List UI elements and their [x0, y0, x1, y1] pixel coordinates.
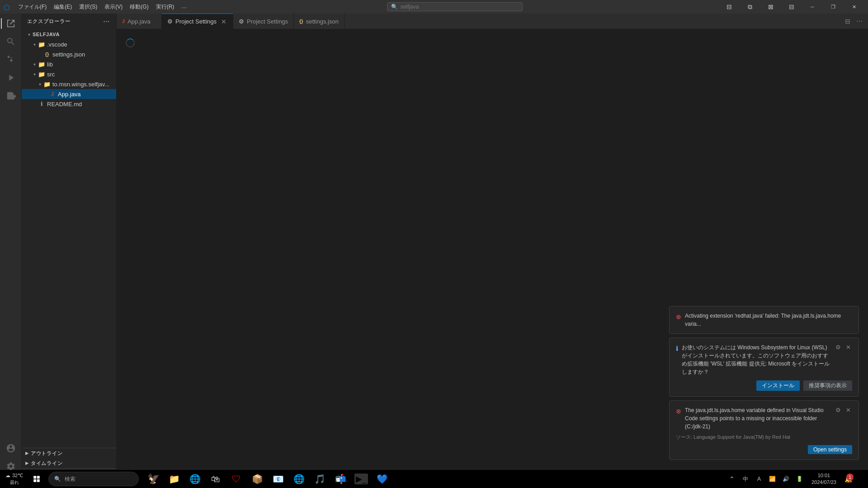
start-button[interactable]: [28, 470, 46, 488]
taskbar-app-outlook[interactable]: 📧: [268, 470, 288, 488]
menu-go[interactable]: 移動(G): [126, 2, 152, 12]
tab-settings-json[interactable]: {} settings.json: [294, 14, 344, 29]
menu-edit[interactable]: 編集(E): [50, 2, 75, 12]
vscode-arrow: ▾: [31, 42, 38, 47]
activity-extensions[interactable]: [3, 88, 19, 104]
taskbar-right: ⌃ 中 A 📶 🔊 🔋 10:01 2024/07/23 🔔 1: [726, 470, 866, 488]
taskbar-app-vscode[interactable]: 💙: [372, 470, 392, 488]
notif-2-actions: ⚙ ✕: [834, 343, 852, 352]
clock-date: 2024/07/23: [811, 479, 836, 486]
sidebar-more-btn[interactable]: ⋯: [102, 17, 111, 26]
tab-appjava-icon: J: [122, 19, 125, 24]
notif-2-install-btn[interactable]: インストール: [756, 380, 800, 391]
lib-label: lib: [47, 61, 53, 68]
outline-section[interactable]: ▶ アウトライン: [22, 448, 116, 458]
menu-more[interactable]: …: [178, 2, 190, 12]
activity-run-debug[interactable]: [3, 70, 19, 86]
title-search[interactable]: 🔍: [387, 2, 523, 11]
notif-3-settings-btn[interactable]: ⚙: [834, 406, 842, 414]
tray-ime-icon[interactable]: 中: [739, 473, 752, 485]
taskbar-app-bird[interactable]: 🦅: [143, 470, 163, 488]
weather-desc: 曇れ: [10, 479, 19, 486]
menu-select[interactable]: 選択(S): [75, 2, 101, 12]
weather-row: ☁ 32℃: [5, 472, 23, 479]
package-label: to.msn.wings.selfjav...: [52, 81, 109, 88]
tray-volume-icon[interactable]: 🔊: [780, 473, 793, 485]
notif-2-info-icon: ℹ: [676, 344, 678, 353]
json-icon: {}: [43, 51, 51, 58]
tree-appjava[interactable]: ▾ J App.java: [22, 89, 116, 99]
taskbar-app-explorer[interactable]: 📁: [164, 470, 184, 488]
tab-project-settings-1[interactable]: ⚙ Project Settings ✕: [162, 14, 233, 29]
taskbar-app-mail[interactable]: 📬: [330, 470, 350, 488]
taskbar-search-icon: 🔍: [54, 476, 61, 482]
tree-lib-folder[interactable]: ▾ 📁 lib: [22, 59, 116, 69]
tab-project-settings-1-close[interactable]: ✕: [220, 18, 227, 25]
restore-btn[interactable]: ❐: [823, 0, 844, 14]
taskbar-clock[interactable]: 10:01 2024/07/23: [808, 470, 840, 488]
src-label: src: [47, 71, 55, 78]
tab-project-settings-1-label: Project Settings: [175, 18, 217, 25]
weather-widget[interactable]: ☁ 32℃ 曇れ: [2, 472, 27, 485]
activity-account[interactable]: [3, 440, 19, 456]
search-input[interactable]: [401, 4, 491, 10]
tree-readme[interactable]: ▾ ℹ README.md: [22, 99, 116, 109]
menu-view[interactable]: 表示(V): [101, 2, 126, 12]
taskbar-app-chrome[interactable]: 🌐: [289, 470, 309, 488]
sidebar-header: エクスプローラー ⋯: [22, 14, 116, 29]
activity-source-control[interactable]: [3, 52, 19, 68]
tray-battery-icon[interactable]: 🔋: [793, 473, 806, 485]
taskbar-app-store[interactable]: 🛍: [206, 470, 226, 488]
taskbar-app-dropbox[interactable]: 📦: [247, 470, 267, 488]
app-icon: ⬡: [4, 3, 11, 10]
tray-show-desktop-btn[interactable]: [856, 473, 863, 485]
tree-root[interactable]: ▾ SELFJAVA: [22, 29, 116, 39]
tab-project-settings-2[interactable]: ⚙ Project Settings: [233, 14, 294, 29]
tabs-more-btn[interactable]: ⋯: [854, 16, 864, 26]
tree-src-folder[interactable]: ▾ 📁 src: [22, 69, 116, 79]
taskbar-app-music[interactable]: 🎵: [310, 470, 330, 488]
timeline-section[interactable]: ▶ タイムライン: [22, 458, 116, 468]
tray-input-icon[interactable]: A: [753, 473, 765, 485]
menu-bar: ファイル(F) 編集(E) 選択(S) 表示(V) 移動(G) 実行(R) …: [14, 2, 190, 12]
menu-file[interactable]: ファイル(F): [14, 2, 50, 12]
layout-toggle-btn[interactable]: ⊟: [719, 0, 740, 14]
minimize-btn[interactable]: ─: [802, 0, 823, 14]
taskbar-app-shield[interactable]: 🛡: [226, 470, 246, 488]
src-folder-icon: 📁: [38, 70, 45, 78]
tray-expand-btn[interactable]: ⌃: [726, 473, 738, 485]
tree-settings-json[interactable]: ▾ {} settings.json: [22, 49, 116, 59]
notif-3-error-icon: ⊗: [676, 407, 681, 416]
close-btn[interactable]: ✕: [844, 0, 864, 14]
tabs-actions: ⊟ ⋯: [839, 14, 868, 29]
tray-notification-btn[interactable]: 🔔 1: [842, 473, 854, 485]
info-icon: ℹ: [38, 100, 45, 108]
notif-2-header: ℹ お使いのシステムには Windows Subsystem for Linux…: [676, 343, 852, 376]
editor-layout-btn[interactable]: ⧉: [740, 0, 760, 14]
activity-explorer[interactable]: [3, 15, 19, 32]
notif-3-actions: ⚙ ✕: [834, 406, 852, 414]
notif-3-close-btn[interactable]: ✕: [844, 406, 852, 414]
appjava-label: App.java: [58, 91, 81, 98]
taskbar-app-terminal[interactable]: ▶_: [351, 470, 371, 488]
package-arrow: ▾: [36, 82, 43, 87]
root-arrow: ▾: [25, 32, 33, 37]
split-editor-btn[interactable]: ⊟: [843, 16, 853, 26]
customize-layout-btn[interactable]: ⊠: [760, 0, 781, 14]
notif-2-text: お使いのシステムには Windows Subsystem for Linux (…: [682, 343, 830, 376]
activity-search[interactable]: [3, 33, 19, 50]
split-editor-btn[interactable]: ⊟: [781, 0, 802, 14]
tree-package-folder[interactable]: ▾ 📁 to.msn.wings.selfjav...: [22, 79, 116, 89]
taskbar-search[interactable]: 🔍 検索: [48, 472, 139, 486]
notif-2-show-btn[interactable]: 推奨事項の表示: [803, 380, 852, 391]
notif-2-settings-btn[interactable]: ⚙: [834, 343, 842, 352]
tab-appjava[interactable]: J App.java: [117, 14, 162, 29]
window-controls: ⊟ ⧉ ⊠ ⊟ ─ ❐ ✕: [719, 0, 864, 14]
tray-network-icon[interactable]: 📶: [766, 473, 779, 485]
notif-3-open-settings-btn[interactable]: Open settings: [808, 445, 852, 454]
notif-2-close-btn[interactable]: ✕: [844, 343, 852, 352]
lib-arrow: ▾: [31, 62, 38, 67]
tree-vscode-folder[interactable]: ▾ 📁 .vscode: [22, 39, 116, 49]
menu-run[interactable]: 実行(R): [152, 2, 178, 12]
taskbar-app-edge[interactable]: 🌐: [185, 470, 205, 488]
